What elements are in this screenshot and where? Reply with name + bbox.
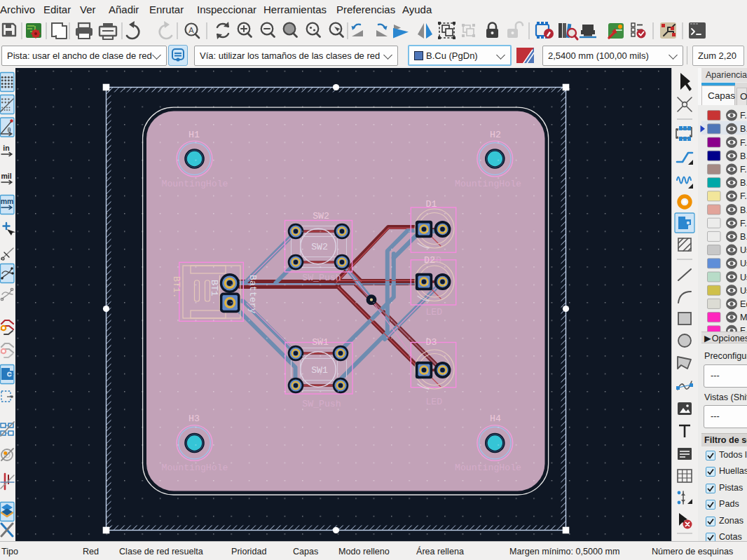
svg-text:B.Silkscreen: B.Silkscreen xyxy=(740,205,747,215)
svg-text:B.Paste: B.Paste xyxy=(740,178,747,188)
svg-text:Margin: Margin xyxy=(740,313,747,322)
svg-text:F.Silkscreen: F.Silkscreen xyxy=(740,191,747,201)
svg-text:θ: θ xyxy=(8,127,11,134)
svg-text:F.Adhesive: F.Adhesive xyxy=(740,138,747,148)
svg-text:mm: mm xyxy=(1,197,14,205)
svg-text:in: in xyxy=(3,144,9,152)
svg-text:Edge.Cuts: Edge.Cuts xyxy=(740,299,747,309)
svg-text:User.Drawings: User.Drawings xyxy=(740,245,747,255)
svg-text:B.Cu: B.Cu xyxy=(740,124,747,134)
svg-text:User.Eco1: User.Eco1 xyxy=(740,273,747,282)
svg-text:B.Adhesive: B.Adhesive xyxy=(740,151,747,161)
svg-text:mil: mil xyxy=(1,172,11,180)
svg-text:F.Mask: F.Mask xyxy=(740,219,747,228)
svg-text:F.Cu: F.Cu xyxy=(740,111,747,121)
svg-text:A: A xyxy=(189,26,194,34)
svg-text:User.Eco2: User.Eco2 xyxy=(740,286,747,296)
svg-text:F.Paste: F.Paste xyxy=(740,165,747,175)
svg-text:B.Mask: B.Mask xyxy=(740,232,747,242)
svg-text:User.Comments: User.Comments xyxy=(740,259,747,268)
